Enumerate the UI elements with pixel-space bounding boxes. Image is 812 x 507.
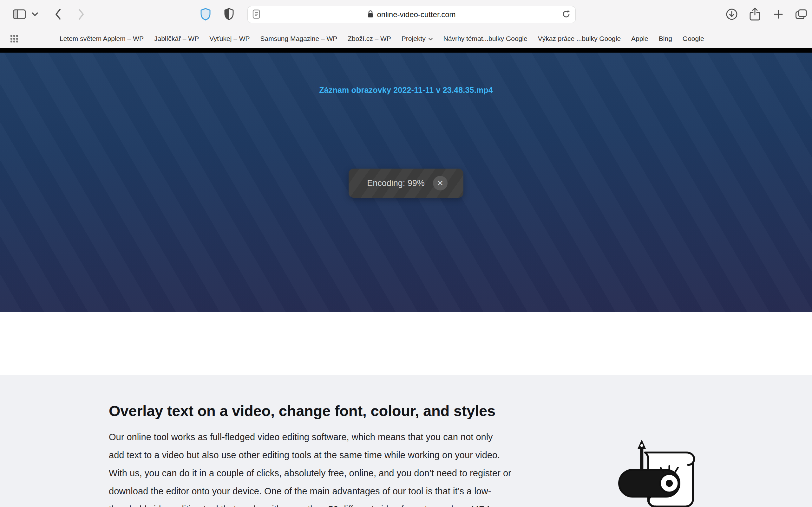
page-icon [252,9,260,20]
encoding-toast: Encoding: 99% × [349,169,463,198]
chevron-right-icon [77,8,85,22]
paragraph-line: With us, you can do it in a couple of cl… [109,464,511,482]
bookmark-label: Projekty [402,35,426,43]
page-top-strip [0,48,812,53]
paragraph-line: threshold video editing tool that works … [109,500,511,507]
bookmark-item[interactable]: Google [682,35,704,43]
bookmark-item[interactable]: Výkaz práce ...bulky Google [538,35,621,43]
lock-icon [367,10,374,19]
bookmark-label: Google [682,35,704,43]
bookmark-label: Bing [659,35,672,43]
url-text: online-video-cutter.com [377,10,455,19]
bookmark-item[interactable]: Vyťukej – WP [209,35,250,43]
bookmark-item[interactable]: Apple [631,35,648,43]
page-settings-button[interactable] [252,9,260,20]
video-editor-area: Záznam obrazovky 2022-11-11 v 23.48.35.m… [0,53,812,312]
address-bar[interactable]: online-video-cutter.com [247,6,576,23]
toolbar: online-video-cutter.com [0,0,812,29]
reload-button[interactable] [561,9,571,20]
bookmark-item[interactable]: Letem světem Applem – WP [60,35,144,43]
bookmark-label: Apple [631,35,648,43]
privacy-report-button[interactable] [197,6,214,23]
bookmark-item[interactable]: Bing [659,35,672,43]
favorites-grid-icon[interactable] [10,34,19,43]
plus-icon [773,9,784,20]
bookmark-label: Zboží.cz – WP [348,35,391,43]
mascot-illustration [618,436,710,507]
tabs-icon [795,9,808,21]
tab-group-chevron-button[interactable] [29,6,41,23]
bookmark-label: Letem světem Applem – WP [60,35,144,43]
browser-chrome: online-video-cutter.com [0,0,812,48]
privacy-shield-icon [200,8,211,22]
encoding-progress-text: Encoding: 99% [367,178,425,188]
reload-icon [561,9,571,20]
paragraph-line: add text to a video but also use other e… [109,446,511,464]
bookmark-item[interactable]: Návrhy témat...bulky Google [444,35,527,43]
bookmark-item[interactable]: Zboží.cz – WP [348,35,391,43]
url-display: online-video-cutter.com [367,10,455,19]
content-blocker-button[interactable] [220,6,238,23]
chevron-down-icon [428,35,433,43]
sidebar-toggle-button[interactable] [10,6,28,23]
sidebar-icon [12,9,26,21]
bookmark-label: Jablíčkář – WP [154,35,199,43]
video-filename: Záznam obrazovky 2022-11-11 v 23.48.35.m… [0,86,812,95]
white-section [0,312,812,375]
bookmark-label: Výkaz práce ...bulky Google [538,35,621,43]
shield-half-icon [224,8,234,21]
bookmarks-bar: Letem světem Applem – WP Jablíčkář – WP … [0,29,812,48]
tab-overview-button[interactable] [792,6,810,23]
share-icon [749,7,761,22]
download-icon [725,8,739,22]
chevron-left-icon [54,8,62,22]
new-tab-button[interactable] [769,6,787,23]
close-glyph: × [437,178,443,188]
bookmark-folder-projekty[interactable]: Projekty [402,35,433,43]
forward-button[interactable] [72,6,90,23]
article-heading: Overlay text on a video, change font, co… [109,402,496,419]
paragraph-line: download the editor onto your device. On… [109,482,511,500]
back-button[interactable] [49,6,67,23]
bookmark-item[interactable]: Samsung Magazine – WP [260,35,337,43]
bookmark-label: Návrhy témat...bulky Google [444,35,527,43]
downloads-button[interactable] [723,6,741,23]
chevron-down-icon [31,12,39,18]
close-icon[interactable]: × [433,176,448,190]
bookmark-label: Samsung Magazine – WP [260,35,337,43]
safari-window: online-video-cutter.com [0,0,812,507]
bookmark-item[interactable]: Jablíčkář – WP [154,35,199,43]
article-paragraph: Our online tool works as full-fledged vi… [109,428,511,507]
article-section: Overlay text on a video, change font, co… [0,375,812,507]
bookmark-label: Vyťukej – WP [209,35,250,43]
share-button[interactable] [746,6,764,23]
paragraph-line: Our online tool works as full-fledged vi… [109,428,511,446]
